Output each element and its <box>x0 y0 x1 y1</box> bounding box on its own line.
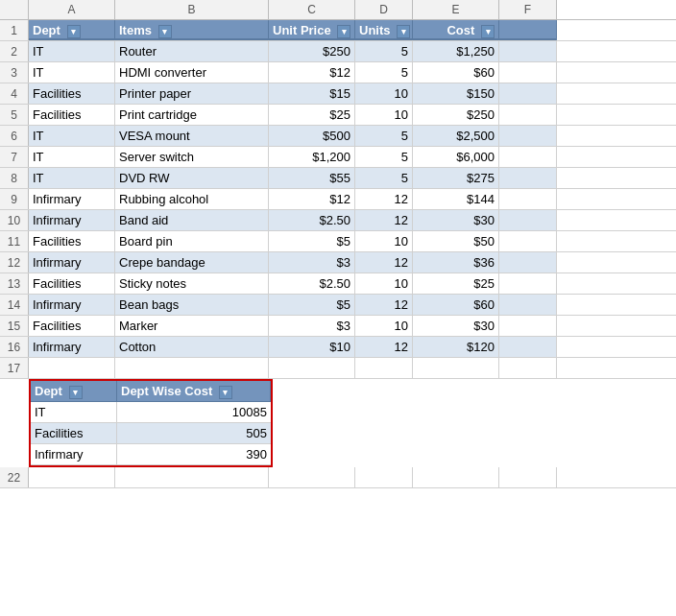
cell-14-d: 12 <box>355 295 413 315</box>
cell-22-c <box>269 467 355 487</box>
cell-14-e: $60 <box>413 295 499 315</box>
cell-5-f <box>499 105 557 125</box>
row-4: 4 Facilities Printer paper $15 10 $150 <box>0 83 676 105</box>
cell-7-e: $6,000 <box>413 147 499 167</box>
cell-11-f <box>499 231 557 251</box>
cell-10-e: $30 <box>413 210 499 230</box>
row-num-17: 17 <box>0 358 29 378</box>
row-15: 15 Facilities Marker $3 10 $30 <box>0 316 676 337</box>
row-22: 22 <box>0 467 676 488</box>
summary-header-dept: Dept ▾ <box>31 381 117 401</box>
cell-8-a: IT <box>29 168 115 188</box>
cell-8-c: $55 <box>269 168 355 188</box>
dept-filter-arrow[interactable]: ▾ <box>67 25 81 38</box>
row-num-22: 22 <box>0 467 29 487</box>
summary-header-row: Dept ▾ Dept Wise Cost ▾ <box>31 381 271 402</box>
cell-3-c: $12 <box>269 62 355 83</box>
unit-price-filter-arrow[interactable]: ▾ <box>337 25 350 38</box>
cell-3-d: 5 <box>355 62 413 83</box>
cell-6-f <box>499 126 557 146</box>
cell-2-f <box>499 41 557 61</box>
summary-cell-21-cost: 390 <box>117 444 271 464</box>
col-header-b: B <box>115 0 269 19</box>
cell-14-b: Bean bags <box>115 295 269 315</box>
cell-7-c: $1,200 <box>269 147 355 167</box>
cell-9-b: Rubbing alcohol <box>115 189 269 209</box>
cell-16-e: $120 <box>413 337 499 357</box>
cell-5-c: $25 <box>269 105 355 125</box>
col-header-c: C <box>269 0 355 19</box>
cell-16-a: Infirmary <box>29 337 115 357</box>
row-num-8: 8 <box>0 168 29 188</box>
col-header-a: A <box>29 0 115 19</box>
row-8: 8 IT DVD RW $55 5 $275 <box>0 168 676 189</box>
cell-5-d: 10 <box>355 105 413 125</box>
summary-rows-container: IT 10085 Facilities 505 Infirmary 390 <box>31 402 271 465</box>
summary-table: Dept ▾ Dept Wise Cost ▾ IT 10085 Facilit… <box>29 379 273 467</box>
cell-17-e <box>413 358 499 378</box>
cell-13-d: 10 <box>355 273 413 294</box>
cell-4-b: Printer paper <box>115 83 269 104</box>
row-3: 3 IT HDMI converter $12 5 $60 <box>0 62 676 83</box>
items-filter-arrow[interactable]: ▾ <box>158 25 172 38</box>
cell-9-e: $144 <box>413 189 499 209</box>
summary-cell-19-dept: IT <box>31 402 117 422</box>
row-num-13: 13 <box>0 273 29 294</box>
header-items: Items ▾ <box>115 20 269 40</box>
units-filter-arrow[interactable]: ▾ <box>397 25 410 38</box>
row-num-9: 9 <box>0 189 29 209</box>
cell-22-a <box>29 467 115 487</box>
summary-cell-19-cost: 10085 <box>117 402 271 422</box>
summary-cost-filter-arrow[interactable]: ▾ <box>219 386 232 399</box>
cell-13-e: $25 <box>413 273 499 294</box>
cell-12-e: $36 <box>413 252 499 272</box>
row-16: 16 Infirmary Cotton $10 12 $120 <box>0 337 676 358</box>
cell-4-c: $15 <box>269 83 355 104</box>
cell-17-b <box>115 358 269 378</box>
row-10: 10 Infirmary Band aid $2.50 12 $30 <box>0 210 676 231</box>
summary-row-21: Infirmary 390 <box>31 444 271 465</box>
cell-15-e: $30 <box>413 316 499 336</box>
cell-7-b: Server switch <box>115 147 269 167</box>
cell-2-e: $1,250 <box>413 41 499 61</box>
cell-15-f <box>499 316 557 336</box>
col-header-d: D <box>355 0 413 19</box>
cell-4-f <box>499 83 557 104</box>
col-header-e: E <box>413 0 499 19</box>
cell-9-a: Infirmary <box>29 189 115 209</box>
cell-12-c: $3 <box>269 252 355 272</box>
row-13: 13 Facilities Sticky notes $2.50 10 $25 <box>0 273 676 295</box>
cell-7-a: IT <box>29 147 115 167</box>
cell-6-d: 5 <box>355 126 413 146</box>
cell-10-f <box>499 210 557 230</box>
sheet-body: 1 Dept ▾ Items ▾ Unit Price ▾ Units ▾ Co… <box>0 20 676 488</box>
row-num-16: 16 <box>0 337 29 357</box>
cell-3-b: HDMI converter <box>115 62 269 83</box>
cell-11-c: $5 <box>269 231 355 251</box>
summary-dept-label: Dept <box>35 384 62 398</box>
cell-5-b: Print cartridge <box>115 105 269 125</box>
header-unit-price-label: Unit Price <box>273 23 331 37</box>
cell-13-f <box>499 273 557 294</box>
row-num-4: 4 <box>0 83 29 104</box>
row-num-7: 7 <box>0 147 29 167</box>
row-6: 6 IT VESA mount $500 5 $2,500 <box>0 126 676 147</box>
summary-dept-filter-arrow[interactable]: ▾ <box>69 386 83 399</box>
cell-22-b <box>115 467 269 487</box>
data-rows-container: 2 IT Router $250 5 $1,250 3 IT HDMI conv… <box>0 41 676 358</box>
cell-15-c: $3 <box>269 316 355 336</box>
cell-6-b: VESA mount <box>115 126 269 146</box>
header-empty-f <box>499 20 557 40</box>
row-num-6: 6 <box>0 126 29 146</box>
header-items-label: Items <box>119 23 152 37</box>
row-14: 14 Infirmary Bean bags $5 12 $60 <box>0 295 676 316</box>
cell-8-d: 5 <box>355 168 413 188</box>
cell-5-e: $250 <box>413 105 499 125</box>
cell-3-a: IT <box>29 62 115 83</box>
cell-8-e: $275 <box>413 168 499 188</box>
header-units: Units ▾ <box>355 20 413 40</box>
cell-17-d <box>355 358 413 378</box>
cell-8-f <box>499 168 557 188</box>
cell-16-f <box>499 337 557 357</box>
cost-filter-arrow[interactable]: ▾ <box>481 25 495 38</box>
